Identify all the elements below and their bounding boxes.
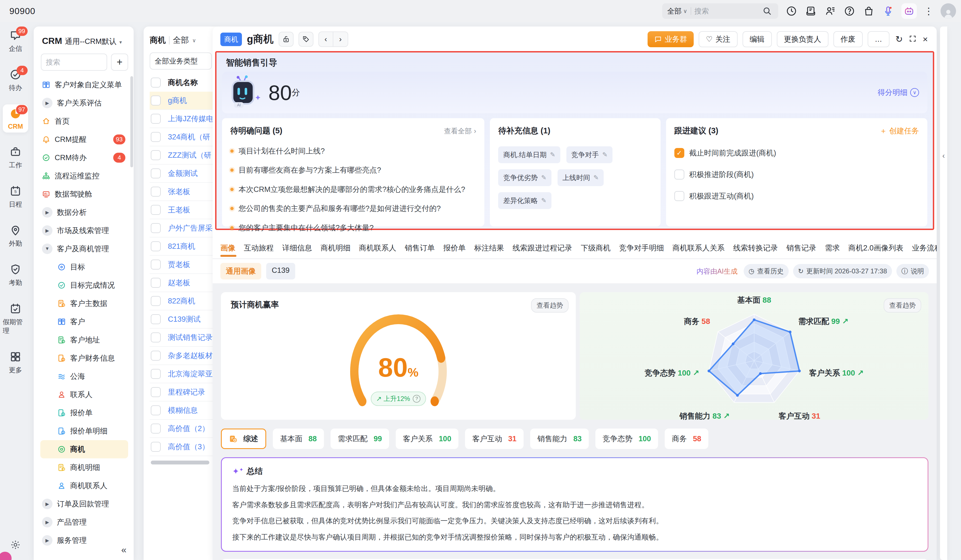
subtab-通用画像[interactable]: 通用画像 [220, 263, 261, 279]
row-checkbox[interactable] [151, 405, 161, 415]
opportunity-name[interactable]: 北京海淀翠亚 [168, 369, 213, 379]
collapse-nav-button[interactable]: « [121, 544, 127, 555]
list-item[interactable]: ZZZ测试（研 [149, 146, 218, 165]
opportunity-name[interactable]: 张老板 [168, 187, 190, 197]
ai-robot-icon[interactable] [902, 3, 917, 19]
edit-icon[interactable]: ✎ [602, 151, 607, 159]
row-checkbox[interactable] [151, 296, 161, 306]
gear-icon[interactable] [0, 539, 31, 550]
tab-需求[interactable]: 需求 [825, 237, 840, 258]
opportunity-name[interactable]: 上海JZ传媒电 [168, 114, 214, 124]
opportunity-name[interactable]: 贾老板 [168, 260, 190, 270]
sidebar-item-客户及商机管理[interactable]: ▼客户及商机管理 [40, 240, 128, 258]
opportunity-name[interactable]: 高价值（2） [168, 424, 209, 433]
edit-icon[interactable]: ✎ [541, 174, 546, 181]
list-item[interactable]: 高价值（2） [149, 420, 218, 438]
sidebar-item-CRM待办[interactable]: CRM待办4 [40, 149, 128, 167]
opportunity-name[interactable]: 户外广告屏采 [168, 223, 213, 233]
help-icon[interactable] [844, 5, 855, 17]
list-item[interactable]: 杂多老赵板材 [149, 347, 218, 365]
view-history-button[interactable]: ◷查看历史 [744, 264, 789, 278]
edit-icon[interactable]: ✎ [593, 174, 599, 181]
list-item[interactable]: 上海JZ传媒电 [149, 110, 218, 128]
sidebar-item-客户财务信息[interactable]: ¥客户财务信息 [40, 349, 128, 367]
opportunity-name[interactable]: 杂多老赵板材 [168, 351, 213, 361]
checkbox[interactable] [674, 170, 684, 180]
search-input[interactable]: 搜索 [694, 6, 758, 16]
business-type-filter[interactable]: 全部业务类型 [149, 53, 212, 70]
list-item[interactable]: 金额测试 [149, 165, 218, 183]
edit-icon[interactable]: ✎ [550, 151, 555, 159]
row-checkbox[interactable] [151, 223, 161, 233]
pill-客户关系[interactable]: 客户关系100 [396, 428, 458, 449]
opportunity-name[interactable]: 金额测试 [168, 168, 198, 178]
sidebar-item-产品管理[interactable]: ▶产品管理 [40, 513, 128, 531]
checkbox[interactable] [674, 191, 684, 201]
tab-详细信息[interactable]: 详细信息 [282, 237, 312, 258]
row-checkbox[interactable] [151, 369, 161, 379]
add-button[interactable]: + [111, 54, 128, 71]
list-item[interactable]: 王老板 [149, 201, 218, 219]
rail-item-待办[interactable]: 4 待办 [0, 61, 31, 97]
pill-竞争态势[interactable]: 竞争态势100 [595, 428, 658, 449]
global-search[interactable]: 全部∨ 搜索 [662, 3, 778, 19]
view-all-link[interactable]: 查看全部› [444, 127, 476, 136]
opportunity-name[interactable]: 324商机（研 [168, 132, 210, 142]
row-checkbox[interactable] [151, 241, 161, 251]
info-chip[interactable]: 差异化策略✎ [498, 192, 551, 209]
select-all-checkbox[interactable] [151, 78, 161, 88]
row-checkbox[interactable] [151, 96, 161, 106]
opportunity-name[interactable]: 里程碑记录 [168, 387, 205, 397]
tab-销售订单[interactable]: 销售订单 [405, 237, 435, 258]
opportunity-name[interactable]: 822商机 [168, 296, 195, 306]
tab-互动旅程[interactable]: 互动旅程 [244, 237, 274, 258]
tab-商机明细[interactable]: 商机明细 [321, 237, 350, 258]
sidebar-item-数据分析[interactable]: ▶数据分析 [40, 203, 128, 221]
tab-线索跟进过程记录[interactable]: 线索跟进过程记录 [513, 237, 572, 258]
sidebar-item-市场及线索管理[interactable]: ▶市场及线索管理 [40, 221, 128, 240]
list-item[interactable]: 里程碑记录 [149, 383, 218, 401]
list-item[interactable]: 324商机（研 [149, 128, 218, 146]
sidebar-item-客户关系评估[interactable]: ▶客户关系评估 [40, 94, 128, 112]
follow-button[interactable]: ♡关注 [699, 31, 737, 47]
more-actions-button[interactable]: … [868, 31, 889, 47]
list-item[interactable]: C139测试 [149, 310, 218, 329]
search-scope-select[interactable]: 全部∨ [667, 6, 687, 16]
nav-search-input[interactable]: 搜索 [41, 54, 107, 71]
tab-商机联系人关系[interactable]: 商机联系人关系 [672, 237, 725, 258]
row-checkbox[interactable] [151, 150, 161, 160]
kebab-menu-icon[interactable]: ⋮ [924, 6, 934, 16]
list-item[interactable]: 张老板 [149, 183, 218, 201]
sidebar-item-流程运维监控[interactable]: 流程运维监控 [40, 167, 128, 185]
refresh-icon[interactable]: ↻ [894, 34, 904, 45]
list-item[interactable]: 模糊信息 [149, 401, 218, 420]
suggestion-item[interactable]: 积极跟进互动(商机) [674, 191, 919, 201]
business-group-button[interactable]: 业务群 [648, 31, 694, 47]
list-item[interactable]: 北京海淀翠亚 [149, 365, 218, 383]
rail-item-假期管理[interactable]: 假期管理 [0, 295, 31, 340]
rail-item-考勤[interactable]: 考勤 [0, 256, 31, 292]
row-checkbox[interactable] [151, 314, 161, 324]
subtab-C139[interactable]: C139 [266, 263, 295, 279]
row-checkbox[interactable] [151, 442, 161, 452]
pill-基本面[interactable]: 基本面88 [273, 428, 324, 449]
info-chip[interactable]: 竞争对手✎ [566, 146, 612, 163]
row-checkbox[interactable] [151, 278, 161, 288]
opportunity-name[interactable]: g商机 [168, 96, 187, 106]
sidebar-item-目标[interactable]: 目标 [40, 258, 128, 276]
list-item[interactable]: 822商机 [149, 292, 218, 310]
tag-icon[interactable] [299, 32, 313, 47]
view-trend-button[interactable]: 查看趋势 [531, 298, 569, 313]
sidebar-item-联系人[interactable]: 联系人 [40, 385, 128, 404]
row-checkbox[interactable] [151, 114, 161, 124]
avatar[interactable] [940, 3, 956, 19]
rail-item-更多[interactable]: 更多 [0, 343, 31, 379]
pill-summary[interactable]: 综述 [221, 428, 266, 449]
contacts-icon[interactable] [824, 5, 836, 17]
suggestion-item[interactable]: ✓截止时间前完成跟进(商机) [674, 148, 919, 158]
row-checkbox[interactable] [151, 132, 161, 142]
opportunity-name[interactable]: 测试销售记录 [168, 332, 213, 342]
opportunity-name[interactable]: 高价值（3） [168, 442, 209, 452]
lock-open-icon[interactable] [279, 32, 294, 47]
clock-icon[interactable] [785, 5, 797, 17]
